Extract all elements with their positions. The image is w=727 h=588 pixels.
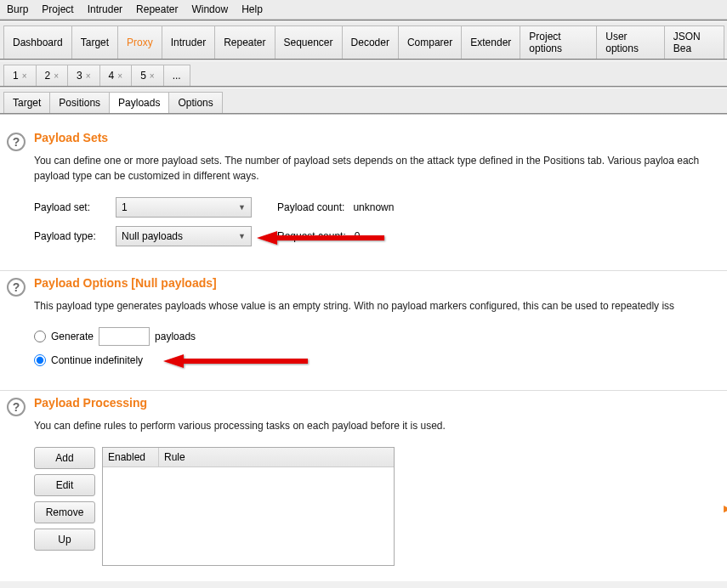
sub-tabs: TargetPositionsPayloadsOptions <box>0 88 727 113</box>
payload-type-combo[interactable]: Null payloads ▼ <box>116 226 252 246</box>
tab-num-1[interactable]: 1× <box>3 65 37 86</box>
resize-handle-icon[interactable]: ▶ <box>724 503 727 514</box>
up-button[interactable]: Up <box>34 529 95 551</box>
svg-marker-1 <box>163 354 308 368</box>
chevron-down-icon: ▼ <box>238 232 246 240</box>
help-icon[interactable]: ? <box>7 278 26 297</box>
close-icon[interactable]: × <box>150 71 155 81</box>
close-icon[interactable]: × <box>86 71 91 81</box>
payload-set-value: 1 <box>122 201 128 213</box>
tab-repeater[interactable]: Repeater <box>214 25 275 59</box>
tab-project-options[interactable]: Project options <box>520 25 597 59</box>
edit-button[interactable]: Edit <box>34 474 95 496</box>
tab-num-4[interactable]: 4× <box>99 65 133 86</box>
tab-num-3[interactable]: 3× <box>67 65 100 86</box>
tab-decoder[interactable]: Decoder <box>342 25 399 59</box>
tab-dashboard[interactable]: Dashboard <box>3 25 72 59</box>
menu-help[interactable]: Help <box>238 2 266 17</box>
payload-set-combo[interactable]: 1 ▼ <box>116 197 252 218</box>
payload-processing-title: Payload Processing <box>34 396 720 410</box>
subtab-target[interactable]: Target <box>3 92 50 113</box>
payload-set-label: Payload set: <box>34 201 107 213</box>
chevron-down-icon: ▼ <box>238 203 246 212</box>
payload-processing-desc: You can define rules to perform various … <box>34 418 720 433</box>
menu-burp[interactable]: Burp <box>3 2 31 17</box>
tab-proxy[interactable]: Proxy <box>117 25 162 59</box>
help-icon[interactable]: ? <box>7 133 26 151</box>
continue-radio[interactable] <box>34 354 46 366</box>
payload-sets-title: Payload Sets <box>34 131 720 144</box>
subtab-positions[interactable]: Positions <box>49 92 110 113</box>
generate-input[interactable] <box>99 327 150 346</box>
tab-sequencer[interactable]: Sequencer <box>275 25 343 59</box>
payload-sets-desc: You can define one or more payload sets.… <box>34 153 720 184</box>
payload-count-label: Payload count: <box>277 201 344 213</box>
section-payload-processing: ? Payload Processing You can define rule… <box>0 391 727 581</box>
menu-project[interactable]: Project <box>38 2 77 17</box>
payload-options-desc: This payload type generates payloads who… <box>34 298 720 314</box>
col-rule[interactable]: Rule <box>159 448 394 466</box>
close-icon[interactable]: × <box>22 71 27 81</box>
request-count-label: Request count: <box>277 230 346 242</box>
tab-target[interactable]: Target <box>71 25 118 59</box>
subtab-options[interactable]: Options <box>168 92 222 113</box>
tab-intruder[interactable]: Intruder <box>162 25 215 59</box>
menu-intruder[interactable]: Intruder <box>84 2 126 17</box>
rule-buttons: AddEditRemoveUp <box>34 447 95 551</box>
menubar: Burp Project Intruder Repeater Window He… <box>0 0 727 20</box>
payload-type-value: Null payloads <box>122 230 183 242</box>
payload-count-value: unknown <box>353 201 394 213</box>
generate-radio[interactable] <box>34 331 46 342</box>
tab-user-options[interactable]: User options <box>596 25 665 59</box>
help-icon[interactable]: ? <box>7 398 26 416</box>
tab-extender[interactable]: Extender <box>461 25 520 59</box>
continue-label: Continue indefinitely <box>51 354 143 366</box>
top-tabs: DashboardTargetProxyIntruderRepeaterSequ… <box>0 22 727 59</box>
tab-json-bea[interactable]: JSON Bea <box>664 25 724 59</box>
menu-repeater[interactable]: Repeater <box>133 2 181 17</box>
section-payload-options: ? Payload Options [Null payloads] This p… <box>0 271 727 391</box>
num-tabs: 1×2×3×4×5×... <box>0 61 727 86</box>
menu-window[interactable]: Window <box>188 2 231 17</box>
rules-table[interactable]: Enabled Rule <box>102 447 395 566</box>
payload-type-label: Payload type: <box>34 230 107 242</box>
close-icon[interactable]: × <box>54 71 59 81</box>
subtab-payloads[interactable]: Payloads <box>109 92 169 113</box>
generate-label: Generate <box>51 331 94 342</box>
close-icon[interactable]: × <box>117 71 122 81</box>
generate-suffix: payloads <box>155 331 196 342</box>
tab-more[interactable]: ... <box>163 65 190 86</box>
col-enabled[interactable]: Enabled <box>103 448 159 466</box>
tab-num-2[interactable]: 2× <box>36 65 69 86</box>
annotation-arrow <box>163 353 316 370</box>
section-payload-sets: ? Payload Sets You can define one or mor… <box>0 126 727 271</box>
payload-options-title: Payload Options [Null payloads] <box>34 276 720 290</box>
request-count-value: 0 <box>355 230 361 242</box>
tab-comparer[interactable]: Comparer <box>398 25 462 59</box>
remove-button[interactable]: Remove <box>34 501 95 523</box>
add-button[interactable]: Add <box>34 447 95 469</box>
tab-num-5[interactable]: 5× <box>131 65 164 86</box>
